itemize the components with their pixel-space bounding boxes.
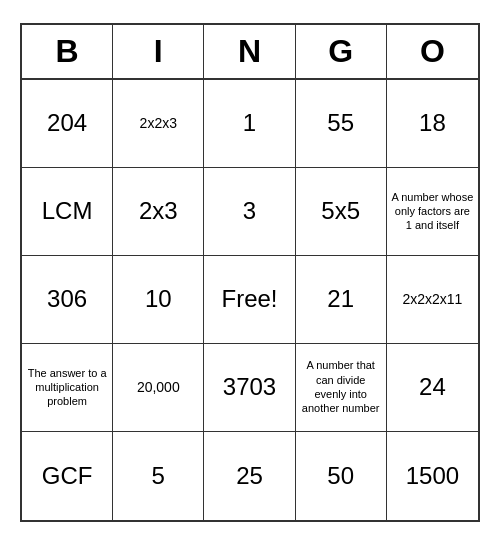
cell-r5c3: 25: [204, 432, 295, 520]
cell-r1c1: 204: [22, 80, 113, 168]
header-letter-i: I: [113, 25, 204, 78]
bingo-grid: 2042x2x315518LCM2x335x5A number whose on…: [22, 80, 478, 520]
cell-r3c5: 2x2x2x11: [387, 256, 478, 344]
cell-r4c4: A number that can divide evenly into ano…: [296, 344, 387, 432]
cell-r5c1: GCF: [22, 432, 113, 520]
cell-r4c5: 24: [387, 344, 478, 432]
cell-r1c4: 55: [296, 80, 387, 168]
cell-r5c4: 50: [296, 432, 387, 520]
cell-r4c3: 3703: [204, 344, 295, 432]
header-row: BINGO: [22, 25, 478, 80]
header-letter-g: G: [296, 25, 387, 78]
cell-r5c5: 1500: [387, 432, 478, 520]
cell-r1c5: 18: [387, 80, 478, 168]
header-letter-n: N: [204, 25, 295, 78]
cell-r2c3: 3: [204, 168, 295, 256]
header-letter-o: O: [387, 25, 478, 78]
cell-r3c2: 10: [113, 256, 204, 344]
cell-r2c2: 2x3: [113, 168, 204, 256]
cell-r3c3: Free!: [204, 256, 295, 344]
cell-r3c4: 21: [296, 256, 387, 344]
cell-r4c1: The answer to a multiplication problem: [22, 344, 113, 432]
cell-r4c2: 20,000: [113, 344, 204, 432]
cell-r1c3: 1: [204, 80, 295, 168]
header-letter-b: B: [22, 25, 113, 78]
cell-r2c1: LCM: [22, 168, 113, 256]
cell-r3c1: 306: [22, 256, 113, 344]
cell-r2c5: A number whose only factors are 1 and it…: [387, 168, 478, 256]
cell-r1c2: 2x2x3: [113, 80, 204, 168]
cell-r2c4: 5x5: [296, 168, 387, 256]
bingo-card: BINGO 2042x2x315518LCM2x335x5A number wh…: [20, 23, 480, 522]
cell-r5c2: 5: [113, 432, 204, 520]
